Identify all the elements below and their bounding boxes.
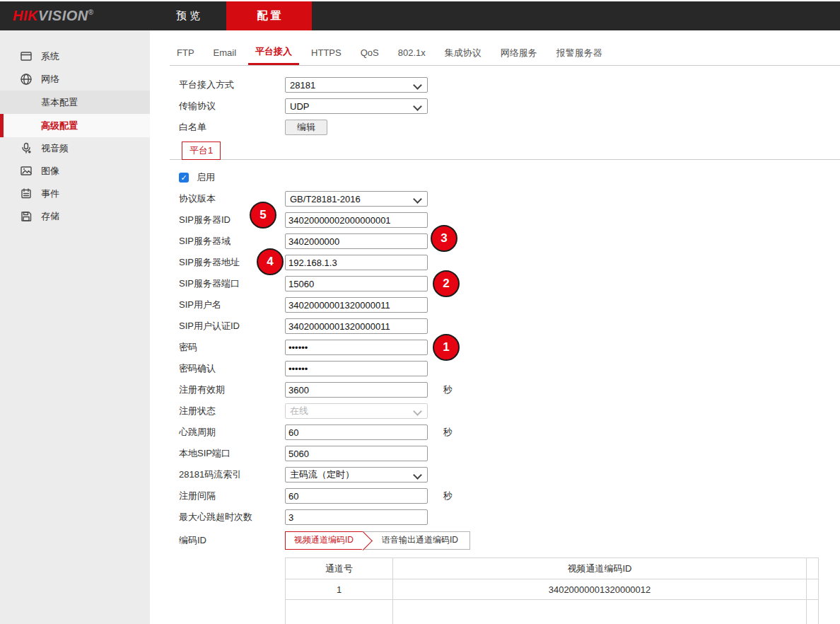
sidebar: 系统 网络 基本配置 高级配置 视音频 图像 事件 存储 <box>0 30 150 624</box>
field-label: 密码确认 <box>179 362 285 375</box>
sidebar-item-storage[interactable]: 存储 <box>0 205 150 228</box>
field-label: 本地SIP端口 <box>179 447 285 460</box>
whitelist-edit-button[interactable]: 编辑 <box>285 120 327 135</box>
cell-channel-number: 1 <box>286 579 393 600</box>
network-icon <box>20 73 33 86</box>
tab-ftp[interactable]: FTP <box>170 30 202 65</box>
field-label: 28181码流索引 <box>179 468 285 481</box>
form-row-sip-username: SIP用户名 <box>179 294 840 316</box>
platform-access-form: 平台接入方式 28181 传输协议 UDP 白名单 编辑 平台1 ✓ 启用 协议… <box>150 66 840 624</box>
stream-index-select[interactable]: 主码流（定时） <box>285 467 428 483</box>
transport-protocol-select[interactable]: UDP <box>285 98 428 114</box>
field-label: 传输协议 <box>179 100 285 112</box>
callout-circle-2: 2 <box>433 270 460 297</box>
form-row-protocol-version: 协议版本 GB/T28181-2016 <box>179 188 840 209</box>
callout-circle-3: 3 <box>431 225 457 252</box>
tab-qos[interactable]: QoS <box>354 30 386 65</box>
unit-seconds: 秒 <box>443 426 453 439</box>
table-row: 1 34020000001320000012 <box>286 579 819 600</box>
form-row-password: 密码 <box>179 337 840 358</box>
sidebar-item-label: 存储 <box>41 210 59 223</box>
storage-icon <box>20 210 33 223</box>
table-header-row: 通道号 视频通道编码ID <box>286 558 819 579</box>
tab-platform-access[interactable]: 平台接入 <box>248 30 299 65</box>
register-validity-input[interactable] <box>285 382 428 398</box>
platform-access-mode-select[interactable]: 28181 <box>285 77 428 93</box>
tab-audio-output-channel-encoding-id[interactable]: 语音输出通道编码ID <box>363 531 470 550</box>
sidebar-item-label: 系统 <box>41 50 59 63</box>
tab-alarm-server[interactable]: 报警服务器 <box>549 30 609 65</box>
tab-8021x[interactable]: 802.1x <box>391 30 433 65</box>
sidebar-item-audio-video[interactable]: 视音频 <box>0 137 150 160</box>
tab-network-service[interactable]: 网络服务 <box>494 30 544 65</box>
sip-auth-id-input[interactable] <box>285 318 428 334</box>
sip-server-address-input[interactable] <box>285 255 428 270</box>
form-row-transport-protocol: 传输协议 UDP <box>179 96 840 117</box>
field-label: 白名单 <box>179 121 285 134</box>
platform-group-strip: 平台1 <box>170 141 840 160</box>
enable-label: 启用 <box>197 171 215 184</box>
unit-seconds: 秒 <box>443 490 453 502</box>
topnav-tab-preview[interactable]: 预 览 <box>150 1 226 30</box>
sidebar-item-image[interactable]: 图像 <box>0 160 150 183</box>
sip-server-domain-input[interactable] <box>285 233 428 249</box>
channel-encoding-table: 通道号 视频通道编码ID 1 34020000001320000012 <box>285 557 819 624</box>
sidebar-item-network[interactable]: 网络 <box>0 68 150 91</box>
cell-channel-number <box>286 600 393 624</box>
form-row-encoding-id: 编码ID 视频通道编码ID 语音输出通道编码ID <box>179 531 840 550</box>
column-header-spacer <box>807 558 819 579</box>
sidebar-item-label: 视音频 <box>41 142 69 155</box>
local-sip-port-input[interactable] <box>285 446 428 461</box>
cell-encoding-id: 34020000001320000012 <box>393 579 807 600</box>
field-label: SIP用户名 <box>179 299 285 311</box>
tab-label: 视频通道编码ID <box>294 534 354 546</box>
field-label: 注册间隔 <box>179 490 285 502</box>
sidebar-item-event[interactable]: 事件 <box>0 183 150 205</box>
sip-server-port-input[interactable] <box>285 276 428 291</box>
sidebar-item-advanced-config[interactable]: 高级配置 <box>0 114 150 137</box>
sidebar-item-basic-config[interactable]: 基本配置 <box>0 91 150 114</box>
max-heartbeat-timeout-input[interactable] <box>285 509 428 525</box>
password-confirm-input[interactable] <box>285 361 428 376</box>
logo-registered-mark: ® <box>88 8 94 16</box>
form-row-stream-index: 28181码流索引 主码流（定时） <box>179 464 840 485</box>
column-header-channel: 通道号 <box>286 558 393 579</box>
topbar: HIKVISION® 预 览 配 置 <box>0 1 840 30</box>
sidebar-item-label: 图像 <box>41 165 59 178</box>
image-icon <box>20 165 33 178</box>
tab-email[interactable]: Email <box>206 30 244 65</box>
hikvision-logo: HIKVISION® <box>0 8 94 24</box>
heartbeat-period-input[interactable] <box>285 424 428 440</box>
password-input[interactable] <box>285 340 428 355</box>
form-row-password-confirm: 密码确认 <box>179 358 840 379</box>
callout-circle-1: 1 <box>433 334 460 361</box>
tab-https[interactable]: HTTPS <box>304 30 349 65</box>
field-label: SIP用户认证ID <box>179 320 285 333</box>
topnav-tab-config[interactable]: 配 置 <box>226 1 312 30</box>
system-icon <box>20 50 33 63</box>
field-label: SIP服务器域 <box>179 235 285 248</box>
form-row-register-validity: 注册有效期 秒 <box>179 379 840 400</box>
unit-seconds: 秒 <box>443 383 453 396</box>
tab-integration-protocol[interactable]: 集成协议 <box>438 30 489 65</box>
field-label: 编码ID <box>179 534 285 547</box>
field-label: 最大心跳超时次数 <box>179 511 285 524</box>
sidebar-item-system[interactable]: 系统 <box>0 45 150 68</box>
sidebar-item-label: 网络 <box>41 73 59 86</box>
form-row-enable: ✓ 启用 <box>179 167 840 188</box>
form-row-heartbeat-period: 心跳周期 秒 <box>179 422 840 443</box>
cell-spacer <box>807 600 819 624</box>
protocol-version-select[interactable]: GB/T28181-2016 <box>285 191 428 207</box>
callout-circle-5: 5 <box>250 202 276 229</box>
form-row-register-status: 注册状态 在线 <box>179 400 840 422</box>
tab-video-channel-encoding-id[interactable]: 视频通道编码ID <box>285 531 363 550</box>
enable-checkbox[interactable]: ✓ <box>179 173 189 183</box>
event-icon <box>20 187 33 200</box>
field-label: 密码 <box>179 341 285 354</box>
platform1-tab[interactable]: 平台1 <box>182 141 221 160</box>
sip-username-input[interactable] <box>285 297 428 313</box>
form-row-sip-auth-id: SIP用户认证ID <box>179 316 840 337</box>
register-interval-input[interactable] <box>285 488 428 504</box>
sip-server-id-input[interactable] <box>285 212 428 228</box>
table-row <box>286 600 819 624</box>
